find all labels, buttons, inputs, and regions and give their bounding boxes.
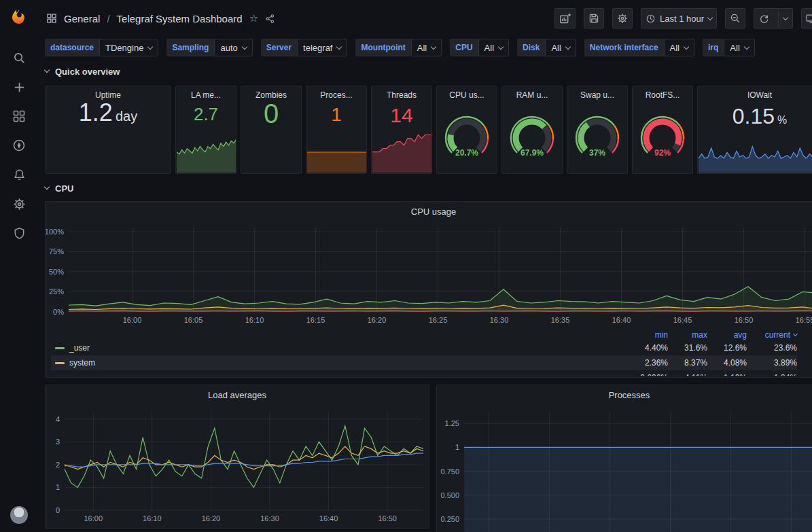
legend-value-avg: 12.6% (707, 343, 747, 353)
panel-title[interactable]: RAM u... (502, 86, 562, 104)
series-name[interactable]: system (69, 358, 95, 368)
panel-title[interactable]: Swap u... (567, 86, 627, 104)
search-icon[interactable] (12, 50, 27, 65)
star-icon[interactable]: ☆ (249, 12, 258, 24)
panel-title[interactable]: Threads (372, 86, 431, 104)
zoom-out-button[interactable] (725, 8, 745, 29)
svg-text:16:10: 16:10 (143, 514, 162, 522)
variable-value-dropdown[interactable]: telegraf (297, 39, 347, 56)
series-name[interactable]: _user (69, 343, 90, 353)
stat-number: 0 (264, 99, 279, 129)
svg-text:16:50: 16:50 (735, 316, 754, 324)
row-toggle-cpu[interactable]: CPU (45, 181, 73, 195)
add-panel-button[interactable] (554, 8, 576, 29)
time-range-picker[interactable]: Last 1 hour (641, 8, 717, 29)
panel-title-processes[interactable]: Processes (437, 385, 812, 406)
svg-text:16:40: 16:40 (319, 514, 338, 522)
refresh-interval-dropdown[interactable] (778, 9, 792, 28)
legend-sort-max[interactable]: max (668, 330, 707, 340)
svg-text:16:20: 16:20 (368, 316, 387, 324)
alerting-bell-icon[interactable] (12, 167, 27, 182)
svg-text:1.25: 1.25 (445, 419, 459, 427)
legend-sort-current[interactable]: current (747, 330, 797, 340)
panel-title[interactable]: RootFS... (633, 86, 692, 104)
svg-text:4: 4 (56, 415, 60, 423)
chevron-down-icon (744, 43, 749, 49)
panel-title-load-averages[interactable]: Load averages (46, 385, 429, 406)
series-label[interactable]: _user (51, 343, 629, 353)
legend-sort-avg[interactable]: avg (707, 330, 747, 340)
row-toggle-quick-overview[interactable]: Quick overview (45, 65, 120, 78)
svg-text:37%: 37% (589, 148, 605, 158)
variable-value-dropdown[interactable]: All (411, 39, 442, 56)
legend-value-min: 2.36% (629, 358, 668, 368)
variable-value: All (551, 43, 561, 53)
variable-value: telegraf (303, 43, 332, 53)
stat-number: 1 (331, 104, 342, 126)
grafana-logo[interactable] (10, 8, 29, 27)
panel-title-cpu-usage[interactable]: CPU usage (46, 202, 812, 222)
series-label[interactable]: system (51, 358, 629, 368)
admin-shield-icon[interactable] (12, 226, 27, 241)
tv-mode-button[interactable] (801, 8, 812, 29)
explore-compass-icon[interactable] (12, 138, 27, 153)
panel-cpu-us: CPU us...20.7% (436, 86, 497, 174)
settings-gear-icon[interactable] (12, 196, 27, 211)
gauge-chart: 92% (633, 112, 692, 161)
svg-text:16:35: 16:35 (551, 316, 570, 324)
variable-label: CPU (450, 39, 478, 56)
user-avatar[interactable] (10, 506, 28, 524)
stat-sparkline (307, 141, 367, 173)
cpu-usage-chart[interactable]: 100%75%50%25%0%16:0016:0516:1016:1516:20… (46, 222, 812, 330)
gauge-chart: 67.9% (502, 112, 562, 161)
dashboard-variable: CPUAll (450, 39, 509, 56)
stat-number: 2.7 (194, 104, 218, 125)
variable-value-dropdown[interactable]: All (724, 39, 754, 56)
svg-text:0: 0 (56, 506, 60, 514)
share-icon[interactable] (265, 14, 275, 24)
panel-title[interactable]: Proces... (306, 86, 366, 104)
panel-iowait: IOWait0.15% (697, 86, 812, 174)
svg-text:92%: 92% (654, 148, 671, 158)
variable-value-dropdown[interactable]: All (478, 39, 509, 56)
processes-chart[interactable]: 1.2510.7500.5000.250 (437, 406, 812, 532)
chevron-down-icon (498, 43, 504, 49)
legend-value-min: 4.40% (629, 343, 668, 353)
save-dashboard-button[interactable] (584, 8, 604, 29)
row-title: CPU (55, 183, 73, 194)
svg-text:16:05: 16:05 (184, 316, 203, 324)
legend-sort-min[interactable]: min (629, 330, 668, 340)
dashboards-grid-icon[interactable] (46, 13, 57, 24)
breadcrumb-dashboard-title[interactable]: Telegraf System Dashboard (117, 13, 243, 24)
panel-title[interactable]: LA me... (176, 86, 236, 104)
dashboard-settings-button[interactable] (612, 8, 633, 29)
svg-text:50%: 50% (49, 268, 64, 276)
sidebar-menu (12, 50, 27, 241)
variable-value-dropdown[interactable]: All (545, 39, 576, 56)
legend-value-avg: 1.19% (707, 373, 747, 376)
refresh-button-group (754, 8, 793, 29)
panel-cpu-usage: CPU usage 100%75%50%25%0%16:0016:0516:10… (45, 201, 812, 378)
variable-value: All (417, 43, 427, 53)
panel-title[interactable]: IOWait (698, 86, 812, 104)
svg-text:16:50: 16:50 (378, 514, 397, 522)
create-plus-icon[interactable] (12, 79, 27, 94)
dashboards-icon[interactable] (12, 109, 27, 124)
legend-row: _user4.40%31.6%12.6%23.6% (51, 340, 797, 355)
legend-value-min: 0.696% (629, 373, 668, 376)
panel-title[interactable]: CPU us... (437, 86, 497, 104)
stat-value: 1.2day (46, 99, 171, 168)
variable-value-dropdown[interactable]: auto (214, 39, 252, 56)
stat-unit: % (777, 114, 787, 126)
legend-row: 0.696%4.11%1.19%1.34% (51, 370, 797, 376)
refresh-icon[interactable] (754, 9, 774, 28)
svg-text:0.250: 0.250 (440, 515, 459, 523)
chevron-down-icon (241, 43, 247, 49)
top-navbar: General / Telegraf System Dashboard ☆ (38, 0, 812, 37)
chevron-down-icon (336, 43, 342, 49)
dashboard-variable: datasourceTDengine (45, 39, 158, 56)
variable-value-dropdown[interactable]: All (664, 39, 694, 56)
variable-value-dropdown[interactable]: TDengine (99, 39, 158, 56)
load-averages-chart[interactable]: 4321016:0016:1016:2016:3016:4016:50 (46, 406, 429, 528)
breadcrumb-section[interactable]: General (64, 13, 100, 24)
